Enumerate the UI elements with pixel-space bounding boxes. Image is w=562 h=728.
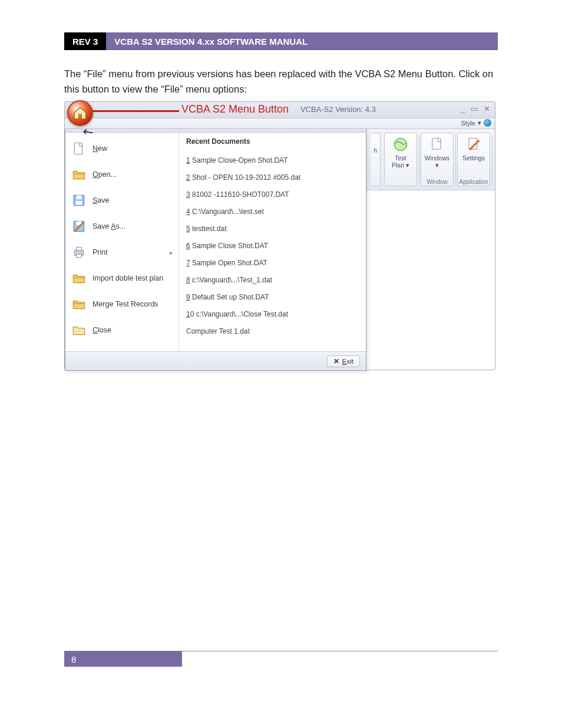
recent-document[interactable]: 7 Sample Open Shot.DAT: [186, 254, 359, 271]
saveas-icon: [71, 219, 87, 234]
menu-item-close[interactable]: Close: [68, 318, 176, 342]
app-window: VCBA-S2 Version: 4.3 _ ▭ ✕ Style ▾ ↖ VCB…: [64, 101, 495, 370]
chevron-right-icon: ▸: [170, 249, 173, 256]
page-footer: 8: [64, 651, 498, 666]
file-menu-dropdown: NewOpen...SaveSave As...Print▸Import dob…: [65, 129, 366, 371]
ribbon-group-application: Settings Application: [457, 133, 490, 186]
document-icon: [428, 136, 446, 153]
recent-document[interactable]: 9 Default Set up Shot.DAT: [186, 288, 359, 305]
close-button[interactable]: ✕: [484, 104, 490, 113]
svg-rect-5: [77, 195, 82, 199]
exit-button[interactable]: ✕ Exit: [327, 355, 360, 367]
menu-item-merge-test-records[interactable]: Merge Test Records: [68, 292, 176, 317]
exit-label: xit: [347, 358, 354, 365]
print-icon: [71, 245, 87, 260]
ribbon: h Test Plan ▾ Windows ▾ Window: [366, 129, 495, 190]
triangle-down-icon: ▾: [478, 119, 481, 127]
main-canvas: [366, 190, 495, 370]
recent-document[interactable]: 6 Sample Close Shot.DAT: [186, 237, 359, 254]
recent-document[interactable]: Computer Test 1.dat: [186, 322, 359, 340]
menu-item-open-[interactable]: Open...: [68, 162, 176, 187]
manual-title: VCBA S2 VERSION 4.xx SOFTWARE MANUAL: [106, 32, 498, 50]
svg-rect-10: [77, 247, 82, 250]
home-icon: [72, 106, 88, 121]
doc-icon: [71, 141, 87, 156]
recent-document[interactable]: 8 c:\Vanguard\...\Test_1.dat: [186, 271, 359, 288]
menu-item-label: New: [92, 144, 107, 153]
svg-rect-3: [74, 143, 82, 154]
callout-line: [92, 110, 179, 112]
ribbon-group-window: Windows ▾ Window: [421, 133, 454, 186]
svg-point-0: [395, 139, 407, 151]
folder-icon: [71, 167, 87, 182]
recent-document[interactable]: 3 81002 -111610-SHOT007.DAT: [186, 186, 359, 203]
minimize-button[interactable]: _: [461, 104, 465, 113]
vcba-menu-button[interactable]: [67, 100, 93, 126]
menu-item-save-as-[interactable]: Save As...: [68, 214, 176, 239]
page-number: 8: [64, 651, 182, 667]
body-paragraph: The “File” menu from previous versions h…: [64, 67, 498, 97]
recent-document[interactable]: 10 c:\Vanguard\...\Close Test.dat: [186, 305, 359, 322]
recent-documents-panel: Recent Documents 1 Sample Close-Open Sho…: [179, 133, 366, 351]
recent-document[interactable]: 5 testtest.dat: [186, 220, 359, 237]
folder-icon: [71, 297, 87, 312]
menu-item-label: Save As...: [92, 222, 125, 230]
document-header: REV 3 VCBA S2 VERSION 4.xx SOFTWARE MANU…: [64, 32, 498, 50]
menu-item-import-doble-test-plan[interactable]: Import doble test plan: [68, 266, 176, 291]
folder-closed-icon: [71, 322, 87, 338]
menu-item-save[interactable]: Save: [68, 188, 176, 213]
settings-doc-icon: [465, 136, 482, 153]
recent-document[interactable]: 2 Shot - OPEN 10-19-2012 #005.dat: [186, 169, 359, 186]
svg-rect-11: [77, 254, 82, 257]
menu-item-label: Open...: [92, 170, 117, 179]
test-plan-button[interactable]: Test Plan ▾: [384, 133, 417, 186]
menu-item-new[interactable]: New: [68, 136, 176, 161]
recent-document[interactable]: 4 C:\Vanguard\...\test.set: [186, 203, 359, 220]
menu-item-list: NewOpen...SaveSave As...Print▸Import dob…: [65, 133, 178, 351]
menu-item-label: Merge Test Records: [92, 300, 158, 308]
menu-item-label: Close: [92, 326, 111, 334]
style-dropdown[interactable]: Style ▾: [461, 119, 491, 127]
rev-label: REV 3: [64, 32, 106, 50]
ribbon-partial: h: [371, 133, 381, 186]
callout-menu-button: VCBA S2 Menu Button: [181, 103, 289, 116]
menu-item-label: Print: [92, 248, 108, 256]
x-icon: ✕: [333, 357, 339, 365]
ribbon-group-test-plan: Test Plan ▾: [384, 133, 417, 186]
tab-bar: Style ▾: [65, 118, 495, 129]
globe-icon: [392, 136, 409, 153]
menu-item-print[interactable]: Print▸: [68, 240, 176, 265]
svg-rect-1: [432, 139, 441, 150]
save-icon: [71, 193, 87, 208]
version-label: VCBA-S2 Version: 4.3: [300, 105, 376, 114]
help-icon[interactable]: [484, 119, 491, 127]
folder-icon: [71, 271, 87, 286]
svg-rect-6: [76, 201, 82, 205]
maximize-button[interactable]: ▭: [471, 104, 478, 113]
window-buttons: _ ▭ ✕: [461, 104, 490, 113]
menu-item-label: Import doble test plan: [92, 274, 163, 282]
menu-item-label: Save: [92, 196, 110, 205]
recent-header: Recent Documents: [186, 137, 359, 146]
recent-document[interactable]: 1 Sample Close-Open Shot.DAT: [186, 151, 359, 169]
